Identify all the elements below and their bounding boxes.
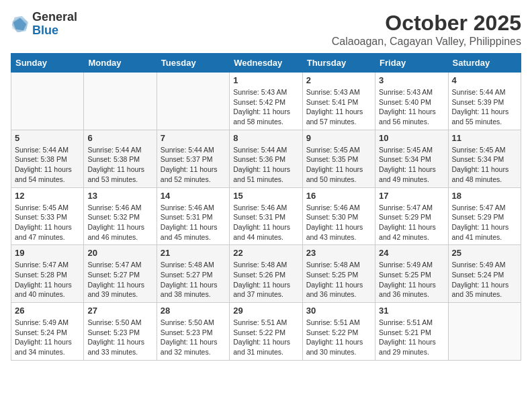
calendar-table: SundayMondayTuesdayWednesdayThursdayFrid… xyxy=(11,53,521,361)
day-number: 5 xyxy=(15,133,80,143)
calendar-cell xyxy=(157,73,229,130)
day-info: Sunrise: 5:46 AM Sunset: 5:32 PM Dayligh… xyxy=(87,203,152,242)
day-number: 23 xyxy=(306,248,371,258)
calendar-cell: 16Sunrise: 5:46 AM Sunset: 5:30 PM Dayli… xyxy=(302,187,375,245)
day-number: 4 xyxy=(452,75,517,85)
day-info: Sunrise: 5:44 AM Sunset: 5:38 PM Dayligh… xyxy=(87,145,152,185)
day-number: 14 xyxy=(161,191,226,201)
day-info: Sunrise: 5:47 AM Sunset: 5:29 PM Dayligh… xyxy=(379,203,444,242)
day-info: Sunrise: 5:44 AM Sunset: 5:38 PM Dayligh… xyxy=(15,145,80,185)
day-number: 3 xyxy=(379,75,444,85)
calendar-cell: 19Sunrise: 5:47 AM Sunset: 5:28 PM Dayli… xyxy=(11,245,84,303)
weekday-header: Sunday xyxy=(11,54,84,73)
calendar-cell: 9Sunrise: 5:45 AM Sunset: 5:35 PM Daylig… xyxy=(302,130,375,187)
calendar-cell: 21Sunrise: 5:48 AM Sunset: 5:27 PM Dayli… xyxy=(157,245,229,303)
day-info: Sunrise: 5:48 AM Sunset: 5:25 PM Dayligh… xyxy=(306,260,371,300)
day-info: Sunrise: 5:44 AM Sunset: 5:36 PM Dayligh… xyxy=(233,145,298,185)
day-number: 22 xyxy=(233,248,298,258)
day-number: 18 xyxy=(452,191,517,201)
weekday-header: Tuesday xyxy=(157,54,229,73)
calendar-cell: 23Sunrise: 5:48 AM Sunset: 5:25 PM Dayli… xyxy=(302,245,375,303)
day-info: Sunrise: 5:51 AM Sunset: 5:22 PM Dayligh… xyxy=(233,318,298,357)
day-number: 11 xyxy=(452,133,517,143)
day-info: Sunrise: 5:47 AM Sunset: 5:29 PM Dayligh… xyxy=(452,203,517,242)
calendar-cell: 10Sunrise: 5:45 AM Sunset: 5:34 PM Dayli… xyxy=(375,130,448,187)
day-info: Sunrise: 5:44 AM Sunset: 5:37 PM Dayligh… xyxy=(161,145,226,185)
day-number: 16 xyxy=(306,191,371,201)
day-number: 7 xyxy=(161,133,226,143)
day-number: 29 xyxy=(233,306,298,316)
day-number: 17 xyxy=(379,191,444,201)
calendar-cell: 20Sunrise: 5:47 AM Sunset: 5:27 PM Dayli… xyxy=(84,245,157,303)
calendar-cell: 12Sunrise: 5:45 AM Sunset: 5:33 PM Dayli… xyxy=(11,187,84,245)
calendar-cell: 2Sunrise: 5:43 AM Sunset: 5:41 PM Daylig… xyxy=(302,73,375,130)
logo: General Blue xyxy=(11,11,77,38)
day-info: Sunrise: 5:47 AM Sunset: 5:28 PM Dayligh… xyxy=(15,260,80,300)
day-info: Sunrise: 5:46 AM Sunset: 5:30 PM Dayligh… xyxy=(306,203,371,242)
calendar-cell: 18Sunrise: 5:47 AM Sunset: 5:29 PM Dayli… xyxy=(448,187,521,245)
weekday-header: Monday xyxy=(84,54,157,73)
day-number: 30 xyxy=(306,306,371,316)
day-number: 19 xyxy=(15,248,80,258)
calendar-cell: 26Sunrise: 5:49 AM Sunset: 5:24 PM Dayli… xyxy=(11,303,84,361)
calendar-cell: 13Sunrise: 5:46 AM Sunset: 5:32 PM Dayli… xyxy=(84,187,157,245)
calendar-cell: 31Sunrise: 5:51 AM Sunset: 5:21 PM Dayli… xyxy=(375,303,448,361)
day-number: 24 xyxy=(379,248,444,258)
calendar-cell: 17Sunrise: 5:47 AM Sunset: 5:29 PM Dayli… xyxy=(375,187,448,245)
day-number: 10 xyxy=(379,133,444,143)
day-info: Sunrise: 5:43 AM Sunset: 5:42 PM Dayligh… xyxy=(233,87,298,127)
day-info: Sunrise: 5:49 AM Sunset: 5:25 PM Dayligh… xyxy=(379,260,444,300)
calendar-cell: 24Sunrise: 5:49 AM Sunset: 5:25 PM Dayli… xyxy=(375,245,448,303)
day-info: Sunrise: 5:49 AM Sunset: 5:24 PM Dayligh… xyxy=(452,260,517,300)
day-number: 1 xyxy=(233,75,298,85)
calendar-week-row: 19Sunrise: 5:47 AM Sunset: 5:28 PM Dayli… xyxy=(11,245,521,303)
calendar-cell: 14Sunrise: 5:46 AM Sunset: 5:31 PM Dayli… xyxy=(157,187,229,245)
day-number: 27 xyxy=(87,306,152,316)
day-number: 20 xyxy=(87,248,152,258)
calendar-cell: 29Sunrise: 5:51 AM Sunset: 5:22 PM Dayli… xyxy=(230,303,302,361)
calendar-cell: 30Sunrise: 5:51 AM Sunset: 5:22 PM Dayli… xyxy=(302,303,375,361)
month-title: October 2025 xyxy=(332,11,521,36)
day-info: Sunrise: 5:48 AM Sunset: 5:27 PM Dayligh… xyxy=(161,260,226,300)
day-info: Sunrise: 5:44 AM Sunset: 5:39 PM Dayligh… xyxy=(452,87,517,127)
logo-icon xyxy=(11,15,30,34)
day-number: 25 xyxy=(452,248,517,258)
calendar-cell: 8Sunrise: 5:44 AM Sunset: 5:36 PM Daylig… xyxy=(230,130,302,187)
calendar-cell: 11Sunrise: 5:45 AM Sunset: 5:34 PM Dayli… xyxy=(448,130,521,187)
day-info: Sunrise: 5:50 AM Sunset: 5:23 PM Dayligh… xyxy=(87,318,152,357)
calendar-week-row: 1Sunrise: 5:43 AM Sunset: 5:42 PM Daylig… xyxy=(11,73,521,130)
weekday-header: Wednesday xyxy=(230,54,302,73)
weekday-header: Thursday xyxy=(302,54,375,73)
calendar-cell: 28Sunrise: 5:50 AM Sunset: 5:23 PM Dayli… xyxy=(157,303,229,361)
day-info: Sunrise: 5:45 AM Sunset: 5:33 PM Dayligh… xyxy=(15,203,80,242)
day-number: 28 xyxy=(161,306,226,316)
day-number: 26 xyxy=(15,306,80,316)
calendar-cell: 7Sunrise: 5:44 AM Sunset: 5:37 PM Daylig… xyxy=(157,130,229,187)
day-number: 15 xyxy=(233,191,298,201)
calendar-cell: 5Sunrise: 5:44 AM Sunset: 5:38 PM Daylig… xyxy=(11,130,84,187)
day-info: Sunrise: 5:49 AM Sunset: 5:24 PM Dayligh… xyxy=(15,318,80,357)
day-info: Sunrise: 5:45 AM Sunset: 5:34 PM Dayligh… xyxy=(379,145,444,185)
calendar-cell: 1Sunrise: 5:43 AM Sunset: 5:42 PM Daylig… xyxy=(230,73,302,130)
day-number: 21 xyxy=(161,248,226,258)
day-info: Sunrise: 5:51 AM Sunset: 5:22 PM Dayligh… xyxy=(306,318,371,357)
weekday-header-row: SundayMondayTuesdayWednesdayThursdayFrid… xyxy=(11,54,521,73)
calendar-cell: 3Sunrise: 5:43 AM Sunset: 5:40 PM Daylig… xyxy=(375,73,448,130)
day-number: 13 xyxy=(87,191,152,201)
calendar-cell: 4Sunrise: 5:44 AM Sunset: 5:39 PM Daylig… xyxy=(448,73,521,130)
calendar-cell: 22Sunrise: 5:48 AM Sunset: 5:26 PM Dayli… xyxy=(230,245,302,303)
day-info: Sunrise: 5:43 AM Sunset: 5:40 PM Dayligh… xyxy=(379,87,444,127)
day-info: Sunrise: 5:46 AM Sunset: 5:31 PM Dayligh… xyxy=(161,203,226,242)
title-section: October 2025 Calaoagan, Cagayan Valley, … xyxy=(332,11,521,48)
day-number: 8 xyxy=(233,133,298,143)
day-info: Sunrise: 5:46 AM Sunset: 5:31 PM Dayligh… xyxy=(233,203,298,242)
calendar-cell: 15Sunrise: 5:46 AM Sunset: 5:31 PM Dayli… xyxy=(230,187,302,245)
day-info: Sunrise: 5:50 AM Sunset: 5:23 PM Dayligh… xyxy=(161,318,226,357)
day-number: 2 xyxy=(306,75,371,85)
day-info: Sunrise: 5:51 AM Sunset: 5:21 PM Dayligh… xyxy=(379,318,444,357)
weekday-header: Friday xyxy=(375,54,448,73)
day-info: Sunrise: 5:47 AM Sunset: 5:27 PM Dayligh… xyxy=(87,260,152,300)
day-number: 6 xyxy=(87,133,152,143)
calendar-cell: 25Sunrise: 5:49 AM Sunset: 5:24 PM Dayli… xyxy=(448,245,521,303)
calendar-cell xyxy=(448,303,521,361)
